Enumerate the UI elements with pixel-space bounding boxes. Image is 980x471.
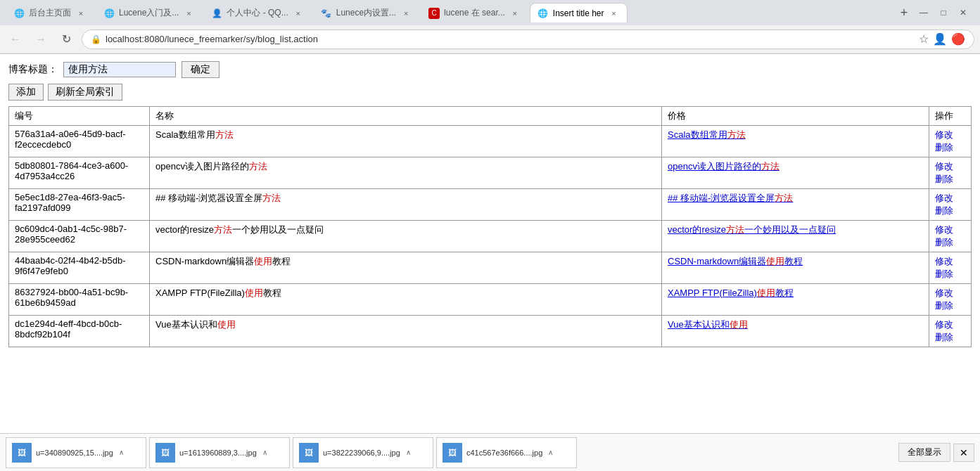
address-bar: ← → ↻ 🔒 localhost:8080/lunece_freemarker… xyxy=(0,25,980,53)
tab-tab1[interactable]: 🌐后台主页面× xyxy=(6,3,94,22)
tab-icon-tab5: C xyxy=(428,8,440,19)
name-part: ## 移动端-浏览器设置全屏 xyxy=(155,193,262,203)
tab-tab2[interactable]: 🌐Lucene入门及...× xyxy=(96,3,202,22)
cell-price-1[interactable]: opencv读入图片路径的方法 xyxy=(662,157,929,189)
price-link-5[interactable]: XAMPP FTP(FileZilla)使用教程 xyxy=(668,288,794,298)
cell-id-6: dc1e294d-4eff-4bcd-b0cb-8bdcf92b104f xyxy=(9,316,150,347)
url-text: localhost:8080/lunece_freemarker/sy/blog… xyxy=(106,34,915,44)
cell-price-5[interactable]: XAMPP FTP(FileZilla)使用教程 xyxy=(662,284,929,316)
new-tab-button[interactable]: + xyxy=(894,3,914,22)
edit-link-4[interactable]: 修改 xyxy=(935,255,965,268)
price-part: 教程 xyxy=(775,288,794,298)
tab-tab3[interactable]: 👤个人中心 - QQ...× xyxy=(203,3,311,22)
price-part: 方法 xyxy=(775,193,793,203)
price-part: ## 移动端-浏览器设置全屏 xyxy=(668,193,775,203)
name-part: 方法 xyxy=(249,161,267,172)
cell-price-6[interactable]: Vue基本认识和使用 xyxy=(662,316,929,347)
cell-name-0: Scala数组常用方法 xyxy=(150,126,662,157)
bottom-right: 全部显示 ✕ xyxy=(898,443,974,462)
close-button[interactable]: ✕ xyxy=(955,4,972,21)
cell-price-0[interactable]: Scala数组常用方法 xyxy=(662,126,929,157)
url-bar[interactable]: 🔒 localhost:8080/lunece_freemarker/sy/bl… xyxy=(82,30,974,49)
reload-button[interactable]: ↻ xyxy=(56,30,76,49)
edit-link-0[interactable]: 修改 xyxy=(935,129,965,141)
price-part: Vue基本认识和 xyxy=(668,319,730,330)
download-icon-2: 🖼 xyxy=(299,443,319,463)
download-icon-3: 🖼 xyxy=(443,443,462,463)
download-chevron-3[interactable]: ∧ xyxy=(548,449,553,456)
show-all-button[interactable]: 全部显示 xyxy=(898,443,950,462)
table-row: 44baab4c-02f4-4b42-b5db-9f6f47e9feb0CSDN… xyxy=(9,252,972,284)
table-row: 5e5ec1d8-27ea-46f3-9ac5-fa2197afd099## 移… xyxy=(9,189,972,221)
delete-link-4[interactable]: 删除 xyxy=(935,268,965,280)
price-link-4[interactable]: CSDN-markdown编辑器使用教程 xyxy=(668,256,803,266)
delete-link-1[interactable]: 删除 xyxy=(935,173,965,186)
search-input[interactable] xyxy=(63,62,176,77)
action-buttons: 添加 刷新全局索引 xyxy=(8,84,972,101)
back-button[interactable]: ← xyxy=(6,30,25,49)
cell-price-3[interactable]: vector的resize方法一个妙用以及一点疑问 xyxy=(662,221,929,252)
name-part: 教程 xyxy=(272,256,291,266)
cell-price-4[interactable]: CSDN-markdown编辑器使用教程 xyxy=(662,252,929,284)
delete-link-2[interactable]: 删除 xyxy=(935,205,965,217)
col-header-action: 操作 xyxy=(929,107,972,126)
table-row: 5db80801-7864-4ce3-a600-4d7953a4cc26open… xyxy=(9,157,972,189)
edit-link-6[interactable]: 修改 xyxy=(935,318,965,331)
edit-link-1[interactable]: 修改 xyxy=(935,160,965,173)
cell-id-0: 576a31a4-a0e6-45d9-bacf-f2eccecdebc0 xyxy=(9,126,150,157)
download-item-3[interactable]: 🖼c41c567e36f666....jpg∧ xyxy=(436,437,577,468)
price-link-2[interactable]: ## 移动端-浏览器设置全屏方法 xyxy=(668,193,793,203)
close-bar-button[interactable]: ✕ xyxy=(953,444,974,462)
maximize-button[interactable]: □ xyxy=(935,4,952,21)
add-button[interactable]: 添加 xyxy=(8,84,44,101)
star-icon[interactable]: ☆ xyxy=(919,32,929,46)
tab-close-tab5[interactable]: × xyxy=(509,8,521,19)
price-link-0[interactable]: Scala数组常用方法 xyxy=(668,129,746,140)
delete-link-3[interactable]: 删除 xyxy=(935,236,965,249)
forward-button[interactable]: → xyxy=(31,30,51,49)
tab-bar: 🌐后台主页面×🌐Lucene入门及...×👤个人中心 - QQ...×🐾Lune… xyxy=(0,0,980,25)
download-chevron-1[interactable]: ∧ xyxy=(262,449,267,456)
tab-close-tab3[interactable]: × xyxy=(293,8,304,19)
tab-close-tab2[interactable]: × xyxy=(183,8,194,19)
edit-link-3[interactable]: 修改 xyxy=(935,224,965,236)
download-chevron-0[interactable]: ∧ xyxy=(119,449,124,456)
delete-link-5[interactable]: 删除 xyxy=(935,299,965,312)
price-link-6[interactable]: Vue基本认识和使用 xyxy=(668,319,748,330)
cell-id-1: 5db80801-7864-4ce3-a600-4d7953a4cc26 xyxy=(9,157,150,189)
price-link-1[interactable]: opencv读入图片路径的方法 xyxy=(668,161,779,172)
account-icon[interactable]: 👤 xyxy=(933,32,947,46)
confirm-button[interactable]: 确定 xyxy=(182,61,219,78)
tab-tab5[interactable]: Clucene 在 sear...× xyxy=(421,3,528,22)
name-part: Vue基本认识和 xyxy=(155,319,217,330)
delete-link-6[interactable]: 删除 xyxy=(935,331,965,344)
cell-price-2[interactable]: ## 移动端-浏览器设置全屏方法 xyxy=(662,189,929,221)
delete-link-0[interactable]: 删除 xyxy=(935,141,965,154)
tab-close-tab4[interactable]: × xyxy=(400,8,412,19)
tab-label-tab3: 个人中心 - QQ... xyxy=(227,7,288,19)
cell-action-0: 修改删除 xyxy=(929,126,972,157)
name-part: XAMPP FTP(FileZilla) xyxy=(155,288,245,298)
name-part: 使用 xyxy=(217,319,236,330)
minimize-button[interactable]: — xyxy=(915,4,932,21)
price-part: vector的resize xyxy=(668,224,726,235)
download-chevron-2[interactable]: ∧ xyxy=(406,449,411,456)
download-item-2[interactable]: 🖼u=3822239066,9....jpg∧ xyxy=(293,437,433,468)
tab-label-tab2: Lucene入门及... xyxy=(119,7,179,19)
tab-tab4[interactable]: 🐾Lunece内设置...× xyxy=(313,3,419,22)
download-item-0[interactable]: 🖼u=340890925,15....jpg∧ xyxy=(6,437,146,468)
name-part: CSDN-markdown编辑器 xyxy=(155,256,254,266)
download-item-1[interactable]: 🖼u=1613960889,3....jpg∧ xyxy=(149,437,290,468)
window-controls: — □ ✕ xyxy=(915,4,974,21)
price-link-3[interactable]: vector的resize方法一个妙用以及一点疑问 xyxy=(668,224,836,235)
cell-id-3: 9c609dc4-0ab1-4c5c-98b7-28e955ceed62 xyxy=(9,221,150,252)
refresh-button[interactable]: 刷新全局索引 xyxy=(48,84,122,101)
tab-close-tab1[interactable]: × xyxy=(75,8,87,19)
download-name-1: u=1613960889,3....jpg xyxy=(179,449,257,457)
tab-tab6[interactable]: 🌐Insert title her× xyxy=(530,3,628,22)
price-part: 方法 xyxy=(761,161,779,172)
security-icon[interactable]: 🔴 xyxy=(951,32,965,46)
tab-close-tab6[interactable]: × xyxy=(609,8,620,19)
edit-link-2[interactable]: 修改 xyxy=(935,192,965,205)
edit-link-5[interactable]: 修改 xyxy=(935,287,965,299)
